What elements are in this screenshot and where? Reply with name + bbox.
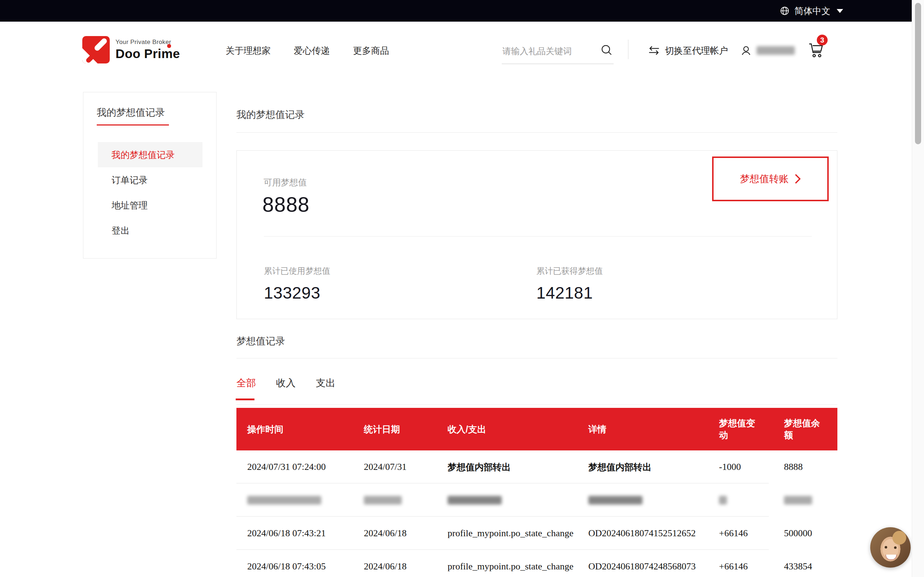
available-points-label: 可用梦想值	[263, 177, 307, 188]
page: 简体中文 Your Private Broker Doo Prime 关于理想家…	[0, 0, 924, 577]
records-section-divider	[236, 358, 837, 358]
username-redacted	[756, 46, 795, 55]
earned-points-value: 142181	[536, 283, 603, 303]
redacted-cell	[588, 496, 643, 504]
swap-arrows-icon	[648, 45, 660, 56]
sidebar-title-underline	[97, 124, 169, 126]
scrollbar-track[interactable]	[912, 0, 924, 577]
column-header-date: 统计日期	[364, 423, 447, 435]
logo-icon	[82, 36, 110, 63]
cell-change: -1000	[719, 462, 784, 472]
switch-account-label: 切换至代理帐户	[665, 45, 728, 56]
sidebar-title: 我的梦想值记录	[97, 106, 165, 119]
table-row: 2024/06/18 07:43:05 2024/06/18 profile_m…	[236, 550, 837, 577]
tabs-divider	[236, 404, 837, 405]
scrollbar-thumb[interactable]	[915, 3, 921, 144]
sidebar-item-order-record[interactable]: 订单记录	[98, 167, 202, 193]
user-icon	[740, 44, 752, 56]
search-placeholder: 请输入礼品关键词	[502, 45, 572, 57]
cell-detail: 梦想值内部转出	[588, 461, 719, 473]
redacted-cell	[247, 496, 321, 504]
sidebar-item-address-management[interactable]: 地址管理	[98, 193, 202, 218]
cell-detail: OD20240618074248568073	[588, 561, 719, 572]
cell-type: profile_mypoint.po_state_change	[447, 528, 588, 539]
main-nav: 关于理想家 爱心传递 更多商品	[226, 22, 389, 79]
used-points-stat: 累计已使用梦想值 133293	[264, 266, 330, 303]
cell-date: 2024/06/18	[364, 528, 447, 539]
cell-balance: 500000	[784, 528, 835, 539]
account-menu[interactable]	[740, 22, 795, 79]
nav-item-more-products[interactable]: 更多商品	[353, 45, 389, 56]
logo-brand: Doo Prime	[115, 47, 180, 61]
tab-expense[interactable]: 支出	[316, 377, 335, 400]
records-section-title: 梦想值记录	[236, 335, 285, 348]
cell-time: 2024/06/18 07:43:21	[247, 528, 364, 539]
redacted-cell	[364, 496, 402, 504]
earned-points-stat: 累计已获得梦想值 142181	[536, 266, 603, 303]
language-selector[interactable]: 简体中文	[780, 0, 843, 22]
points-summary-card: 可用梦想值 8888 梦想值转账 累计已使用梦想值 133293 累计已获得梦想…	[236, 150, 837, 319]
cell-date: 2024/06/18	[364, 561, 447, 572]
cell-date: 2024/07/31	[364, 462, 447, 472]
points-transfer-button[interactable]: 梦想值转账	[712, 156, 829, 201]
cell-balance: 8888	[784, 462, 835, 472]
tab-all[interactable]: 全部	[236, 377, 256, 400]
available-points-value: 8888	[262, 193, 310, 216]
logo-brand-dot	[167, 44, 171, 48]
search-input[interactable]: 请输入礼品关键词	[502, 39, 614, 64]
table-row-redacted	[236, 484, 837, 517]
redacted-cell	[784, 496, 812, 504]
used-points-value: 133293	[264, 283, 330, 303]
page-title-divider	[236, 132, 837, 133]
cell-time: 2024/07/31 07:24:00	[247, 462, 364, 472]
table-row: 2024/07/31 07:24:00 2024/07/31 梦想值内部转出 梦…	[236, 450, 837, 484]
cart-count-badge: 3	[817, 35, 828, 45]
nav-item-about[interactable]: 关于理想家	[226, 45, 271, 56]
column-header-detail: 详情	[588, 423, 719, 435]
column-header-balance: 梦想值余额	[784, 417, 835, 441]
header-divider	[628, 40, 628, 59]
column-header-time: 操作时间	[247, 423, 364, 435]
cell-detail: OD20240618074152512652	[588, 528, 719, 539]
earned-points-label: 累计已获得梦想值	[536, 266, 603, 277]
points-transfer-label: 梦想值转账	[740, 172, 789, 185]
table-row: 2024/06/18 07:43:21 2024/06/18 profile_m…	[236, 517, 837, 550]
topbar: 简体中文	[0, 0, 912, 22]
sidebar: 我的梦想值记录 我的梦想值记录 订单记录 地址管理 登出	[83, 92, 216, 259]
records-table: 操作时间 统计日期 收入/支出 详情 梦想值变动 梦想值余额 2024/07/3…	[236, 408, 837, 577]
cell-balance: 433854	[784, 561, 835, 572]
search-icon[interactable]	[600, 43, 613, 56]
cell-change: +66146	[719, 561, 784, 572]
nav-item-charity[interactable]: 爱心传递	[294, 45, 330, 56]
caret-down-icon	[837, 9, 843, 13]
redacted-cell	[447, 496, 502, 504]
tab-income[interactable]: 收入	[276, 377, 296, 400]
chevron-right-icon	[795, 174, 801, 184]
cell-type: profile_mypoint.po_state_change	[447, 561, 588, 572]
column-header-change: 梦想值变动	[719, 417, 784, 441]
page-title: 我的梦想值记录	[236, 108, 305, 121]
cell-type: 梦想值内部转出	[447, 461, 588, 473]
used-points-label: 累计已使用梦想值	[264, 266, 330, 277]
switch-account-button[interactable]: 切换至代理帐户	[648, 22, 728, 79]
column-header-type: 收入/支出	[447, 423, 588, 435]
records-tabs: 全部 收入 支出	[236, 377, 335, 400]
logo[interactable]: Your Private Broker Doo Prime	[82, 36, 180, 63]
sidebar-item-logout[interactable]: 登出	[98, 218, 202, 243]
card-divider	[264, 236, 812, 237]
redacted-cell	[719, 496, 727, 504]
language-label: 简体中文	[795, 5, 830, 17]
cell-change: +66146	[719, 528, 784, 539]
cell-time: 2024/06/18 07:43:05	[247, 561, 364, 572]
sidebar-item-points-record[interactable]: 我的梦想值记录	[98, 142, 202, 167]
chat-widget-avatar[interactable]	[870, 527, 911, 567]
sidebar-menu: 我的梦想值记录 订单记录 地址管理 登出	[83, 142, 216, 243]
table-header-row: 操作时间 统计日期 收入/支出 详情 梦想值变动 梦想值余额	[236, 408, 837, 450]
globe-icon	[780, 6, 790, 16]
